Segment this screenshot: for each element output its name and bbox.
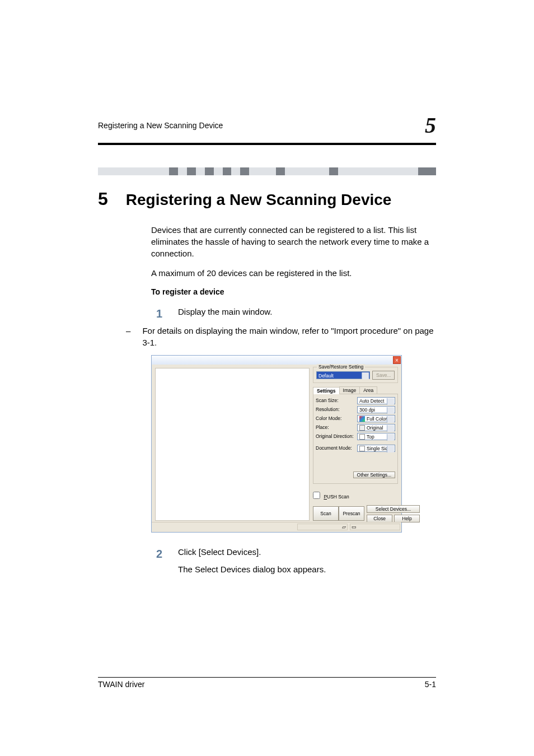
save-restore-group: Save/Restore Setting Default Save... (313, 367, 398, 383)
color-mode-combo[interactable]: Full Color (357, 415, 395, 422)
push-scan-label: PPUSH ScanUSH Scan (324, 494, 349, 500)
settings-tabs: Settings Image Area (313, 386, 398, 394)
page-icon: ▭ (352, 524, 357, 530)
step-2-number: 2 (151, 546, 162, 575)
resolution-label: Resolution: (316, 407, 357, 412)
place-label: Place: (316, 424, 357, 430)
chapter-number: 5 (98, 189, 108, 209)
preview-pane (155, 368, 310, 521)
color-mode-label: Color Mode: (316, 416, 357, 421)
full-color-icon (359, 416, 365, 422)
tab-area[interactable]: Area (359, 386, 377, 394)
top-icon (359, 434, 365, 440)
window-titlebar: × (152, 356, 401, 365)
orientation-label: Original Direction: (316, 433, 357, 439)
document-mode-label: Document Mode: (316, 445, 357, 451)
place-combo[interactable]: Original Glass (357, 424, 395, 431)
status-segment-2: ▭ (350, 524, 400, 530)
orientation-value: Top (367, 434, 374, 440)
footer-left: TWAIN driver (98, 680, 144, 689)
crop-icon: ▱ (342, 524, 346, 530)
save-button[interactable]: Save... (372, 371, 395, 380)
status-bar: ▱ ▭ (152, 522, 401, 532)
status-segment-1: ▱ (297, 524, 348, 530)
resolution-combo[interactable]: 300 dpi (357, 406, 395, 413)
document-mode-combo[interactable]: Single Side (357, 445, 395, 452)
running-title: Registering a New Scanning Device (98, 121, 223, 130)
tab-settings[interactable]: Settings (313, 387, 340, 394)
step-1-substep: For details on displaying the main windo… (142, 325, 436, 348)
footer-right: 5-1 (425, 680, 436, 689)
intro-paragraph-1: Devices that are currently connected can… (151, 224, 436, 259)
preset-combo[interactable]: Default (316, 371, 370, 379)
document-mode-value: Single Side (367, 446, 391, 451)
procedure-heading: To register a device (151, 287, 436, 298)
scan-size-combo[interactable]: Auto Detect (357, 397, 395, 404)
push-scan-checkbox[interactable] (313, 492, 320, 499)
step-1-number: 1 (151, 306, 162, 321)
close-button[interactable]: Close (367, 515, 392, 522)
twain-main-window: × Save/Restore Setting Default Save... S… (151, 355, 402, 533)
chapter-number-header: 5 (425, 112, 436, 138)
step-2-text: Click [Select Devices]. (178, 546, 326, 558)
substep-dash: – (126, 325, 132, 348)
original-glass-icon (359, 425, 365, 431)
other-settings-button[interactable]: Other Settings... (353, 472, 395, 478)
save-restore-legend: Save/Restore Setting (317, 364, 365, 370)
tab-image[interactable]: Image (339, 386, 360, 394)
scan-button[interactable]: Scan (313, 506, 339, 521)
close-icon[interactable]: × (393, 356, 401, 364)
header-rule (98, 143, 436, 145)
chapter-title: Registering a New Scanning Device (126, 191, 392, 209)
help-button[interactable]: Help (394, 515, 420, 522)
decorative-bar (98, 167, 436, 175)
prescan-button[interactable]: Prescan (339, 506, 364, 521)
intro-paragraph-2: A maximum of 20 devices can be registere… (151, 267, 436, 279)
single-side-icon (359, 446, 365, 451)
select-devices-button[interactable]: Select Devices... (367, 505, 420, 513)
step-1-text: Display the main window. (178, 306, 272, 321)
scan-size-label: Scan Size: (316, 398, 357, 403)
step-2-result: The Select Devices dialog box appears. (178, 563, 326, 575)
color-mode-value: Full Color (367, 416, 387, 422)
settings-tabpane: Scan Size: Auto Detect Resolution: 300 d… (313, 394, 398, 484)
orientation-combo[interactable]: Top (357, 433, 395, 440)
